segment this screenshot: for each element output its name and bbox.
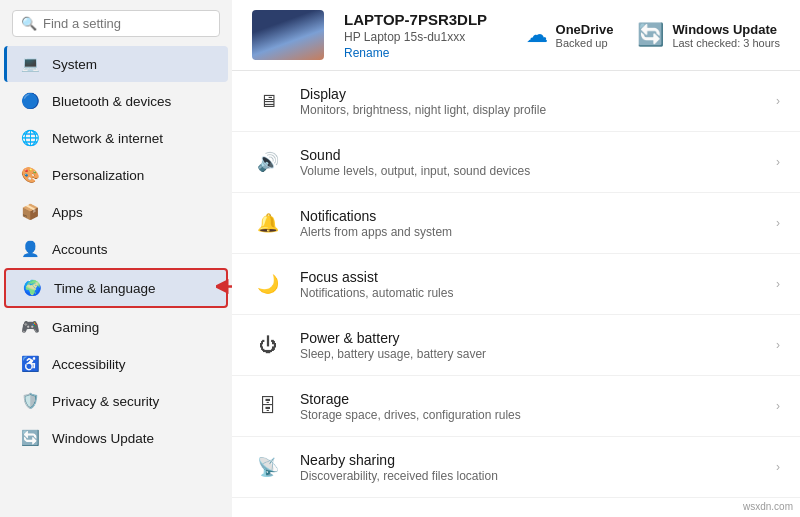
sidebar: 🔍 💻 System 🔵 Bluetooth & devices 🌐 Netwo… <box>0 0 232 517</box>
device-name: LAPTOP-7PSR3DLP <box>344 11 487 28</box>
power-settings-text: Power & battery Sleep, battery usage, ba… <box>300 330 760 361</box>
windows-update-subtitle: Last checked: 3 hours <box>672 37 780 49</box>
settings-item-notifications[interactable]: 🔔 Notifications Alerts from apps and sys… <box>232 193 800 254</box>
storage-settings-desc: Storage space, drives, configuration rul… <box>300 408 760 422</box>
sidebar-item-update[interactable]: 🔄 Windows Update <box>4 420 228 456</box>
sidebar-item-personalization[interactable]: 🎨 Personalization <box>4 157 228 193</box>
display-settings-title: Display <box>300 86 760 102</box>
device-model: HP Laptop 15s-du1xxx <box>344 30 487 44</box>
nearby-chevron-icon: › <box>776 460 780 474</box>
gaming-nav-label: Gaming <box>52 320 99 335</box>
nearby-settings-desc: Discoverability, received files location <box>300 469 760 483</box>
accessibility-nav-icon: ♿ <box>20 354 40 374</box>
settings-list: 🖥 Display Monitors, brightness, night li… <box>232 71 800 498</box>
device-thumbnail <box>252 10 324 60</box>
windows-update-status: 🔄 Windows Update Last checked: 3 hours <box>637 22 780 49</box>
focus-settings-icon: 🌙 <box>252 268 284 300</box>
top-bar-right: ☁ OneDrive Backed up 🔄 Windows Update La… <box>526 22 780 49</box>
sidebar-item-network[interactable]: 🌐 Network & internet <box>4 120 228 156</box>
power-settings-desc: Sleep, battery usage, battery saver <box>300 347 760 361</box>
sidebar-item-accessibility[interactable]: ♿ Accessibility <box>4 346 228 382</box>
storage-settings-text: Storage Storage space, drives, configura… <box>300 391 760 422</box>
sidebar-item-system[interactable]: 💻 System <box>4 46 228 82</box>
sound-settings-text: Sound Volume levels, output, input, soun… <box>300 147 760 178</box>
storage-chevron-icon: › <box>776 399 780 413</box>
device-rename-link[interactable]: Rename <box>344 46 487 60</box>
main-content: LAPTOP-7PSR3DLP HP Laptop 15s-du1xxx Ren… <box>232 0 800 517</box>
bluetooth-nav-label: Bluetooth & devices <box>52 94 171 109</box>
sound-settings-desc: Volume levels, output, input, sound devi… <box>300 164 760 178</box>
notifications-settings-icon: 🔔 <box>252 207 284 239</box>
sidebar-item-bluetooth[interactable]: 🔵 Bluetooth & devices <box>4 83 228 119</box>
notifications-settings-desc: Alerts from apps and system <box>300 225 760 239</box>
notifications-settings-title: Notifications <box>300 208 760 224</box>
storage-settings-icon: 🗄 <box>252 390 284 422</box>
accessibility-nav-label: Accessibility <box>52 357 126 372</box>
onedrive-status: ☁ OneDrive Backed up <box>526 22 614 49</box>
watermark: wsxdn.com <box>740 500 796 513</box>
settings-item-power[interactable]: ⏻ Power & battery Sleep, battery usage, … <box>232 315 800 376</box>
sidebar-item-time[interactable]: 🌍 Time & language <box>4 268 228 308</box>
sidebar-item-privacy[interactable]: 🛡️ Privacy & security <box>4 383 228 419</box>
onedrive-title: OneDrive <box>556 22 614 37</box>
settings-item-sound[interactable]: 🔊 Sound Volume levels, output, input, so… <box>232 132 800 193</box>
settings-item-storage[interactable]: 🗄 Storage Storage space, drives, configu… <box>232 376 800 437</box>
onedrive-subtitle: Backed up <box>556 37 614 49</box>
display-settings-text: Display Monitors, brightness, night ligh… <box>300 86 760 117</box>
settings-item-focus[interactable]: 🌙 Focus assist Notifications, automatic … <box>232 254 800 315</box>
time-nav-label: Time & language <box>54 281 156 296</box>
sound-chevron-icon: › <box>776 155 780 169</box>
nearby-settings-title: Nearby sharing <box>300 452 760 468</box>
sound-settings-icon: 🔊 <box>252 146 284 178</box>
personalization-nav-icon: 🎨 <box>20 165 40 185</box>
storage-settings-title: Storage <box>300 391 760 407</box>
privacy-nav-label: Privacy & security <box>52 394 159 409</box>
notifications-settings-text: Notifications Alerts from apps and syste… <box>300 208 760 239</box>
focus-settings-title: Focus assist <box>300 269 760 285</box>
power-settings-title: Power & battery <box>300 330 760 346</box>
notifications-chevron-icon: › <box>776 216 780 230</box>
power-settings-icon: ⏻ <box>252 329 284 361</box>
gaming-nav-icon: 🎮 <box>20 317 40 337</box>
settings-item-nearby[interactable]: 📡 Nearby sharing Discoverability, receiv… <box>232 437 800 498</box>
network-nav-icon: 🌐 <box>20 128 40 148</box>
display-chevron-icon: › <box>776 94 780 108</box>
nav-list: 💻 System 🔵 Bluetooth & devices 🌐 Network… <box>0 45 232 517</box>
top-bar: LAPTOP-7PSR3DLP HP Laptop 15s-du1xxx Ren… <box>232 0 800 71</box>
display-settings-icon: 🖥 <box>252 85 284 117</box>
nearby-settings-text: Nearby sharing Discoverability, received… <box>300 452 760 483</box>
windows-update-title: Windows Update <box>672 22 780 37</box>
system-nav-icon: 💻 <box>20 54 40 74</box>
accounts-nav-label: Accounts <box>52 242 108 257</box>
personalization-nav-label: Personalization <box>52 168 144 183</box>
search-icon: 🔍 <box>21 16 37 31</box>
search-input[interactable] <box>43 16 211 31</box>
apps-nav-icon: 📦 <box>20 202 40 222</box>
focus-settings-text: Focus assist Notifications, automatic ru… <box>300 269 760 300</box>
network-nav-label: Network & internet <box>52 131 163 146</box>
onedrive-icon: ☁ <box>526 22 548 48</box>
nearby-settings-icon: 📡 <box>252 451 284 483</box>
display-settings-desc: Monitors, brightness, night light, displ… <box>300 103 760 117</box>
system-nav-label: System <box>52 57 97 72</box>
focus-chevron-icon: › <box>776 277 780 291</box>
power-chevron-icon: › <box>776 338 780 352</box>
focus-settings-desc: Notifications, automatic rules <box>300 286 760 300</box>
privacy-nav-icon: 🛡️ <box>20 391 40 411</box>
settings-item-display[interactable]: 🖥 Display Monitors, brightness, night li… <box>232 71 800 132</box>
device-info: LAPTOP-7PSR3DLP HP Laptop 15s-du1xxx Ren… <box>344 11 487 60</box>
search-box[interactable]: 🔍 <box>12 10 220 37</box>
update-nav-icon: 🔄 <box>20 428 40 448</box>
sidebar-item-apps[interactable]: 📦 Apps <box>4 194 228 230</box>
update-nav-label: Windows Update <box>52 431 154 446</box>
sound-settings-title: Sound <box>300 147 760 163</box>
bluetooth-nav-icon: 🔵 <box>20 91 40 111</box>
accounts-nav-icon: 👤 <box>20 239 40 259</box>
apps-nav-label: Apps <box>52 205 83 220</box>
windows-update-icon: 🔄 <box>637 22 664 48</box>
sidebar-item-gaming[interactable]: 🎮 Gaming <box>4 309 228 345</box>
time-nav-icon: 🌍 <box>22 278 42 298</box>
sidebar-item-accounts[interactable]: 👤 Accounts <box>4 231 228 267</box>
onedrive-text: OneDrive Backed up <box>556 22 614 49</box>
windows-update-text: Windows Update Last checked: 3 hours <box>672 22 780 49</box>
